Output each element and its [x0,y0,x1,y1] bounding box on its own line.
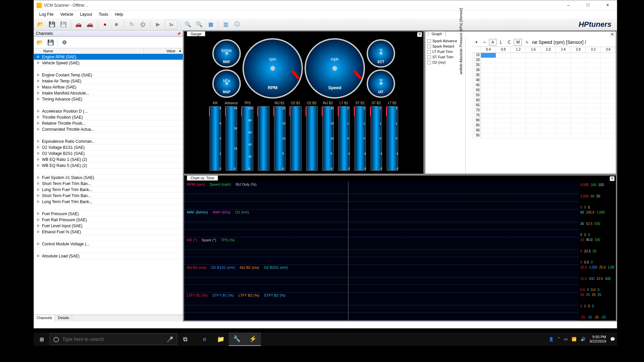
channel-row[interactable]: Long Term Fuel Trim Bank... [34,199,183,205]
checkbox-icon[interactable] [427,50,431,54]
taskbar-wrench-icon[interactable]: 🔧 [229,333,245,346]
channel-row[interactable]: O2 Voltage B2S1 (SAE) [34,150,183,157]
gauge-tab[interactable]: Gauge [187,31,205,36]
tray-battery-icon[interactable]: ▭ [564,337,568,342]
zoom-out-icon[interactable]: 🔍 [195,20,204,29]
gauge-rpm[interactable]: rpmRPM [243,38,303,99]
bar-gauge[interactable]: LT B1210-1-2 [337,101,352,171]
tab-details[interactable]: Details [55,315,72,321]
bar-gauge[interactable]: TPS100806040200 [240,101,255,171]
channel-row[interactable]: Commanded Throttle Actua... [34,126,183,132]
menu-layout[interactable]: Layout [77,11,95,18]
chart-strip[interactable]: INJ B1 (ms)O2 B1S1 (mV)INJ B2 (ms)O2 B2S… [184,265,579,293]
gauge-iat[interactable]: °FIAT [367,69,395,98]
channel-row[interactable]: Fuel Rail Pressure (SAE) [34,217,183,223]
gauge-ect[interactable]: °FECT [367,39,395,68]
channel-row[interactable]: Long Term Fuel Trim Bank... [34,187,183,193]
graph-A-button[interactable]: A [489,39,496,46]
channel-row[interactable]: Mass Airflow (SAE) [34,84,183,90]
channel-row[interactable]: Control Module Voltage (... [34,241,183,247]
graph-grid[interactable]: anifold Absolute Pressure (kPa) [Sensor]… [466,38,616,174]
taskbar-search[interactable]: ◯ 🎤 [50,334,177,345]
chart-strip[interactable]: MAF (lb/min)MAP (kPa)O2 (mV) [184,209,579,237]
channel-row[interactable]: Fuel System #1 Status (SAE) [34,175,183,181]
vehicle-grey-icon[interactable]: 🚗 [85,20,95,29]
tray-clock[interactable]: 9:50 PM 9/22/2018 [590,335,606,344]
taskbar-explorer-icon[interactable]: 📁 [213,333,229,346]
bar-gauge[interactable]: LT B2210-1-2 [385,101,400,171]
channel-row[interactable]: Engine RPM (SAE) [34,54,183,60]
search-input[interactable] [62,337,163,342]
bar-gauge[interactable]: INJ B120151050 [272,101,287,171]
channel-row[interactable]: Relative Throttle Positi... [34,120,183,126]
chart-strip[interactable]: RPM (rpm)Speed (mph)INJ Duty (%) [184,182,579,209]
menu-vehicle[interactable]: Vehicle [58,11,76,18]
mic-icon[interactable]: 🎤 [163,336,177,343]
open-icon[interactable]: 📂 [36,20,45,29]
menu-logfile[interactable]: Log File [37,11,56,18]
chart-tab[interactable]: Chart vs. Time [187,175,218,181]
graph-close-icon[interactable]: ✕ [610,32,614,37]
search-circle-icon[interactable]: ◯ [50,336,62,342]
power-icon[interactable]: ⏻ [138,20,148,29]
checkbox-icon[interactable] [427,61,431,64]
stop-icon[interactable]: ■ [112,20,121,29]
ch-gear-icon[interactable]: ⚙ [60,38,69,47]
gauge-maf[interactable]: lb/minMAF [212,39,241,68]
channel-row[interactable]: Intake Air Temp (SAE) [34,78,183,84]
channel-row[interactable]: Timing Advance (SAE) [34,96,183,102]
minimize-button[interactable]: ─ [562,1,575,9]
channel-row[interactable]: Fuel Level Input (SAE) [34,223,183,229]
zoom-in-icon[interactable]: 🔍 [183,20,193,29]
channel-row[interactable]: Throttle Position (SAE) [34,114,183,120]
menu-tools[interactable]: Tools [96,11,111,18]
channel-row[interactable]: Short Term Fuel Trim Ban... [34,193,183,199]
gauge-close-icon[interactable]: ✕ [417,32,422,37]
chart-strips[interactable]: RPM (rpm)Speed (mph)INJ Duty (%)MAF (lb/… [184,182,579,320]
graph-wave-icon[interactable]: ∿ [523,39,531,46]
scroll-up-icon[interactable]: ▴ [177,48,183,54]
tray-volume-icon[interactable]: 🔊 [581,337,586,342]
chart-strip[interactable]: KR (°)Spark (°)TPS (%) [184,237,579,265]
time-cursor[interactable] [348,182,348,320]
graph-remove-icon[interactable]: − [481,39,488,46]
bar-gauge[interactable]: O2 B1 [288,101,303,171]
channel-row[interactable]: Accelerator Position D (... [34,108,183,114]
save-as-icon[interactable]: 💾 [59,20,68,29]
checkbox-icon[interactable] [427,45,431,48]
checkbox-icon[interactable] [427,55,431,59]
layout-icon[interactable]: ▦ [206,20,215,29]
channel-row[interactable]: Intake Manifold Absolute... [34,90,183,96]
channel-row[interactable]: Equivalence Ratio Comman... [34,138,183,144]
bar-gauge[interactable]: KR86420 [208,101,223,171]
pin-icon[interactable]: 📌 [177,32,181,36]
channels-list[interactable]: Engine RPM (SAE)Vehicle Speed (SAE)Engin… [34,54,183,315]
bar-gauge[interactable]: ST B2210-1-2 [369,101,384,171]
channel-row[interactable]: Engine Coolant Temp (SAE) [34,72,183,78]
graph-C-button[interactable]: C [505,39,513,46]
channel-row[interactable]: WB EQ Ratio 5 (SAE) (2) [34,163,183,169]
task-view-icon[interactable]: ⧉ [177,333,193,346]
maximize-button[interactable]: ☐ [581,1,595,9]
checkbox-icon[interactable] [427,39,431,43]
bar-gauge[interactable]: ST B1210-1-2 [353,101,368,171]
col-value[interactable]: Value [144,48,177,54]
bar-gauge[interactable]: O2 B2 [305,101,319,171]
graph-tab[interactable]: Graph [428,31,446,36]
ch-save-icon[interactable]: 💾 [46,38,55,47]
col-name[interactable]: Name [34,48,144,54]
graph-add-icon[interactable]: + [473,39,480,46]
info-icon[interactable]: ⓘ [232,20,242,29]
bar-gauge[interactable]: Advance4530150 [224,101,239,171]
record-icon[interactable]: ● [100,20,110,29]
graph-L-button[interactable]: L [497,39,504,46]
channel-row[interactable]: Vehicle Speed (SAE) [34,60,183,66]
channel-row[interactable]: Short Term Fuel Trim Ban... [34,181,183,187]
graph-M-button[interactable]: M [514,39,522,46]
gauge-speed[interactable]: mphSpeed [305,38,365,99]
save-icon[interactable]: 💾 [47,20,57,29]
tab-channels[interactable]: Channels [34,315,55,321]
table-icon[interactable]: ▥ [221,20,230,29]
channel-row[interactable]: WB EQ Ratio 1 (SAE) (2) [34,157,183,163]
vehicle-blue-icon[interactable]: 🚗 [74,20,83,29]
